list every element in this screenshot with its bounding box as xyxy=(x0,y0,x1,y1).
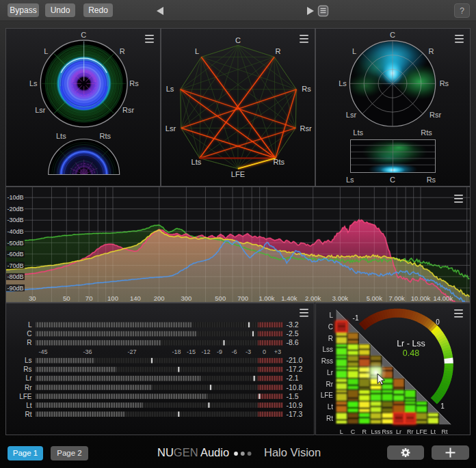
svg-text:Rt: Rt xyxy=(25,411,32,418)
svg-text:L: L xyxy=(28,321,32,329)
svg-text:Lts: Lts xyxy=(353,128,363,137)
svg-text:1.40k: 1.40k xyxy=(281,294,297,302)
svg-text:100: 100 xyxy=(107,294,118,302)
svg-text:Lr: Lr xyxy=(327,369,334,376)
svg-text:-9: -9 xyxy=(217,348,222,355)
svg-text:Rs: Rs xyxy=(440,79,449,87)
svg-text:Lr - Lss: Lr - Lss xyxy=(397,339,425,348)
svg-text:-10.8: -10.8 xyxy=(287,383,303,391)
svg-text:1.00k: 1.00k xyxy=(259,294,274,302)
svg-text:Ls: Ls xyxy=(346,176,354,184)
svg-text:L: L xyxy=(329,312,333,319)
svg-text:-80dB: -80dB xyxy=(8,273,24,280)
svg-text:C: C xyxy=(27,330,31,338)
svg-text:-40dB: -40dB xyxy=(8,228,24,235)
svg-text:Lsr: Lsr xyxy=(35,106,46,114)
svg-text:-36: -36 xyxy=(83,348,92,355)
svg-text:Rsr: Rsr xyxy=(429,111,441,119)
svg-text:0.48: 0.48 xyxy=(403,348,419,358)
svg-text:10.00k: 10.00k xyxy=(411,294,431,302)
svg-text:Rt: Rt xyxy=(326,415,333,422)
svg-text:-50dB: -50dB xyxy=(8,240,24,247)
svg-text:1: 1 xyxy=(440,402,445,410)
svg-text:Lr: Lr xyxy=(26,374,33,382)
svg-text:Rs: Rs xyxy=(427,176,436,184)
svg-text:14.00k: 14.00k xyxy=(434,294,453,302)
svg-text:Ls: Ls xyxy=(339,79,347,87)
svg-text:LFE: LFE xyxy=(321,391,334,399)
svg-text:C: C xyxy=(328,323,333,331)
svg-text:Lss: Lss xyxy=(371,428,382,435)
svg-text:R: R xyxy=(120,47,125,55)
svg-text:Rr: Rr xyxy=(407,428,414,435)
svg-text:Rt: Rt xyxy=(442,428,448,435)
svg-text:Rts: Rts xyxy=(421,128,432,137)
svg-text:Rss: Rss xyxy=(321,357,333,365)
svg-text:-17.2: -17.2 xyxy=(287,365,303,373)
svg-text:Ls: Ls xyxy=(29,79,38,87)
svg-text:Lsr: Lsr xyxy=(346,111,357,119)
svg-text:2.00k: 2.00k xyxy=(305,294,321,302)
svg-text:-12: -12 xyxy=(201,348,210,355)
svg-text:Rsr: Rsr xyxy=(122,106,134,114)
svg-text:Rts: Rts xyxy=(274,158,285,166)
svg-text:R: R xyxy=(276,47,281,55)
svg-text:C: C xyxy=(81,31,86,39)
svg-text:Rss: Rss xyxy=(382,428,393,435)
svg-text:50: 50 xyxy=(63,294,70,302)
svg-text:-10dB: -10dB xyxy=(8,194,24,201)
svg-text:500: 500 xyxy=(215,294,226,302)
svg-text:Rts: Rts xyxy=(99,132,111,140)
svg-text:-2.1: -2.1 xyxy=(287,374,299,382)
svg-text:Rr: Rr xyxy=(25,384,32,391)
svg-text:Rs: Rs xyxy=(129,79,139,87)
svg-text:-21.0: -21.0 xyxy=(287,356,303,364)
svg-text:300: 300 xyxy=(181,294,191,302)
svg-text:-20dB: -20dB xyxy=(8,206,24,212)
svg-text:-18: -18 xyxy=(172,348,181,355)
svg-text:-27: -27 xyxy=(127,348,136,355)
svg-text:Ls: Ls xyxy=(166,85,174,93)
svg-text:0: 0 xyxy=(263,348,266,355)
svg-text:C: C xyxy=(390,176,395,184)
svg-text:-17.3: -17.3 xyxy=(287,410,303,418)
svg-text:-2.5: -2.5 xyxy=(287,329,299,338)
svg-text:Lsr: Lsr xyxy=(166,124,176,133)
svg-text:0: 0 xyxy=(436,318,440,326)
svg-text:Lt: Lt xyxy=(431,428,436,435)
svg-text:-8.6: -8.6 xyxy=(287,338,299,346)
svg-text:-3: -3 xyxy=(246,348,251,355)
svg-text:Lts: Lts xyxy=(191,158,202,166)
svg-text:3.00k: 3.00k xyxy=(332,294,348,302)
svg-text:Rs: Rs xyxy=(302,85,311,93)
svg-text:Lss: Lss xyxy=(322,346,333,353)
svg-text:Rr: Rr xyxy=(326,381,333,388)
svg-text:LFE: LFE xyxy=(231,170,245,178)
svg-text:140: 140 xyxy=(130,294,141,302)
svg-text:-90dB: -90dB xyxy=(8,285,24,292)
svg-text:C: C xyxy=(235,36,241,44)
svg-text:R: R xyxy=(328,335,333,342)
svg-text:-70dB: -70dB xyxy=(8,262,24,269)
svg-text:+3: +3 xyxy=(274,348,281,355)
svg-text:-1.5: -1.5 xyxy=(287,392,299,400)
svg-text:LFE: LFE xyxy=(416,428,427,435)
svg-text:-1: -1 xyxy=(353,314,359,322)
svg-text:Lt: Lt xyxy=(26,402,32,409)
svg-text:Lt: Lt xyxy=(328,403,334,411)
svg-text:-30dB: -30dB xyxy=(8,217,24,223)
svg-text:-15: -15 xyxy=(187,348,196,355)
svg-text:Lts: Lts xyxy=(56,132,66,140)
svg-text:5.00k: 5.00k xyxy=(367,294,382,302)
svg-text:Ls: Ls xyxy=(25,357,32,364)
svg-text:200: 200 xyxy=(154,294,165,302)
svg-text:Lr: Lr xyxy=(396,428,401,435)
svg-text:L: L xyxy=(340,428,343,435)
svg-text:-6: -6 xyxy=(231,348,237,355)
svg-text:70: 70 xyxy=(85,294,93,302)
svg-text:Rsr: Rsr xyxy=(300,124,311,133)
svg-text:-60dB: -60dB xyxy=(8,251,24,258)
svg-text:LFE: LFE xyxy=(19,393,32,400)
svg-text:700: 700 xyxy=(237,294,248,302)
svg-text:L: L xyxy=(195,47,199,55)
